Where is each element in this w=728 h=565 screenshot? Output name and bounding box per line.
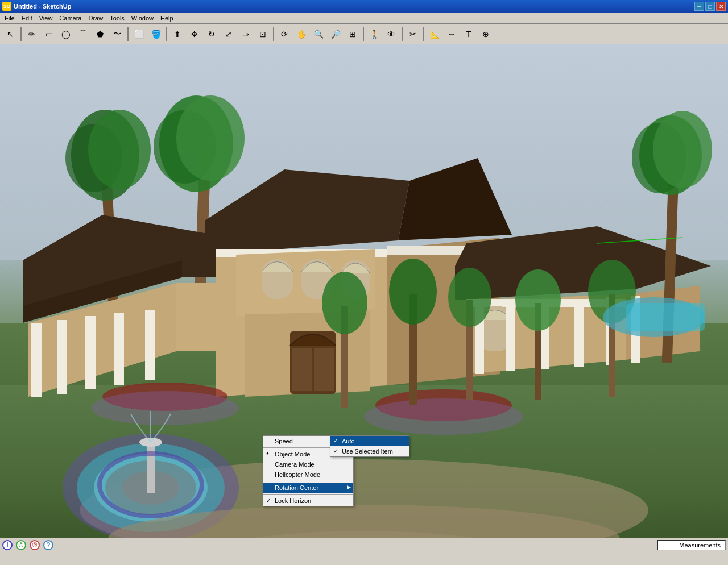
- ctx-sep-3: [263, 494, 353, 495]
- maximize-button[interactable]: □: [705, 2, 715, 11]
- freehand-tool[interactable]: 〜: [109, 26, 125, 42]
- pencil-tool[interactable]: ✏: [24, 26, 40, 42]
- measurements-display[interactable]: Measurements: [657, 540, 726, 550]
- svg-rect-43: [574, 299, 584, 367]
- titlebar: SU Untitled - SketchUp ─ □ ✕: [0, 0, 728, 13]
- svg-rect-73: [626, 303, 705, 331]
- svg-rect-29: [314, 348, 334, 391]
- axes-tool[interactable]: ⊕: [478, 26, 494, 42]
- svg-rect-28: [292, 348, 312, 391]
- toolbar: ↖ ✏ ▭ ◯ ⌒ ⬟ 〜 ⬜ 🪣 ⬆ ✥ ↻ ⤢ ⇒ ⊡ ⟳ ✋ 🔍 🔎 ⊞ …: [0, 24, 728, 44]
- submenu-rotation-center[interactable]: Auto Use Selected Item: [330, 435, 410, 457]
- menu-window[interactable]: Window: [128, 14, 157, 23]
- building-scene: [0, 44, 728, 551]
- arc-tool[interactable]: ⌒: [75, 26, 91, 42]
- menubar: File Edit View Camera Draw Tools Window …: [0, 13, 728, 24]
- push-pull-tool[interactable]: ⬆: [169, 26, 185, 42]
- sub-use-selected-item[interactable]: Use Selected Item: [330, 446, 409, 456]
- followme-tool[interactable]: ⇒: [238, 26, 254, 42]
- menu-edit[interactable]: Edit: [18, 14, 36, 23]
- select-tool[interactable]: ↖: [2, 26, 18, 42]
- window-title: Untitled - SketchUp: [14, 3, 71, 10]
- sub-auto[interactable]: Auto: [330, 436, 409, 446]
- help-icon[interactable]: ?: [43, 540, 53, 550]
- zoom-in-tool[interactable]: 🔍: [311, 26, 326, 42]
- ctx-helicopter-mode[interactable]: Helicopter Mode: [263, 470, 353, 480]
- menu-tools[interactable]: Tools: [106, 14, 128, 23]
- paint-tool[interactable]: 🪣: [148, 26, 164, 42]
- ctx-rotation-center[interactable]: Rotation Center: [263, 483, 353, 493]
- svg-point-59: [322, 272, 367, 334]
- move-tool[interactable]: ✥: [187, 26, 202, 42]
- toolbar-sep-6: [402, 27, 403, 41]
- close-button[interactable]: ✕: [716, 2, 726, 11]
- svg-point-7: [88, 110, 151, 189]
- svg-point-61: [389, 259, 437, 325]
- titlebar-controls: ─ □ ✕: [694, 2, 726, 11]
- statusbar: i © ® ? Measurements: [0, 538, 728, 551]
- toolbar-sep-3: [166, 27, 167, 41]
- svg-rect-31: [57, 320, 67, 394]
- svg-rect-30: [31, 323, 42, 397]
- offset-tool[interactable]: ⊡: [255, 26, 271, 42]
- toolbar-sep-4: [273, 27, 274, 41]
- svg-rect-34: [145, 310, 155, 380]
- menu-file[interactable]: File: [1, 14, 18, 23]
- toolbar-sep-5: [363, 27, 364, 41]
- scale-tool[interactable]: ⤢: [221, 26, 237, 42]
- menu-camera[interactable]: Camera: [56, 14, 85, 23]
- svg-point-11: [176, 95, 245, 181]
- svg-rect-41: [506, 301, 515, 371]
- toolbar-sep-7: [423, 27, 424, 41]
- svg-point-48: [91, 391, 239, 425]
- zoom-out-tool[interactable]: 🔎: [328, 26, 344, 42]
- titlebar-left: SU Untitled - SketchUp: [2, 2, 71, 11]
- zoom-extents-tool[interactable]: ⊞: [345, 26, 361, 42]
- toolbar-sep-2: [127, 27, 129, 41]
- tape-tool[interactable]: 📐: [427, 26, 442, 42]
- minimize-button[interactable]: ─: [694, 2, 704, 11]
- rectangle-tool[interactable]: ▭: [41, 26, 57, 42]
- dimension-tool[interactable]: ↔: [444, 26, 460, 42]
- app-icon: SU: [2, 2, 11, 11]
- toolbar-sep-1: [20, 27, 22, 41]
- copyright-icon[interactable]: ©: [16, 540, 26, 550]
- orbit-tool[interactable]: ⟳: [276, 26, 292, 42]
- menu-help[interactable]: Help: [157, 14, 177, 23]
- info-icon[interactable]: i: [2, 540, 13, 550]
- rotate-tool[interactable]: ↻: [204, 26, 220, 42]
- circle-tool[interactable]: ◯: [58, 26, 74, 42]
- license-icon[interactable]: ®: [30, 540, 40, 550]
- viewport[interactable]: Speed Object Mode Camera Mode Helicopter…: [0, 44, 728, 551]
- ctx-camera-mode[interactable]: Camera Mode: [263, 459, 353, 470]
- ctx-lock-horizon[interactable]: Lock Horizon: [263, 496, 353, 506]
- statusbar-left: i © ® ?: [2, 540, 53, 550]
- svg-rect-55: [147, 442, 155, 493]
- walk-tool[interactable]: 🚶: [366, 26, 382, 42]
- text-tool[interactable]: T: [461, 26, 477, 42]
- svg-rect-33: [114, 313, 124, 385]
- pan-tool[interactable]: ✋: [293, 26, 309, 42]
- section-tool[interactable]: ✂: [405, 26, 421, 42]
- svg-point-65: [515, 269, 561, 331]
- menu-view[interactable]: View: [36, 14, 56, 23]
- eraser-tool[interactable]: ⬜: [131, 26, 147, 42]
- svg-rect-32: [85, 316, 96, 389]
- lookaround-tool[interactable]: 👁: [383, 26, 399, 42]
- menu-draw[interactable]: Draw: [85, 14, 106, 23]
- polygon-tool[interactable]: ⬟: [92, 26, 108, 42]
- svg-point-71: [653, 111, 712, 188]
- svg-point-49: [364, 398, 523, 435]
- ctx-sep-2: [263, 481, 353, 481]
- svg-point-63: [448, 268, 491, 327]
